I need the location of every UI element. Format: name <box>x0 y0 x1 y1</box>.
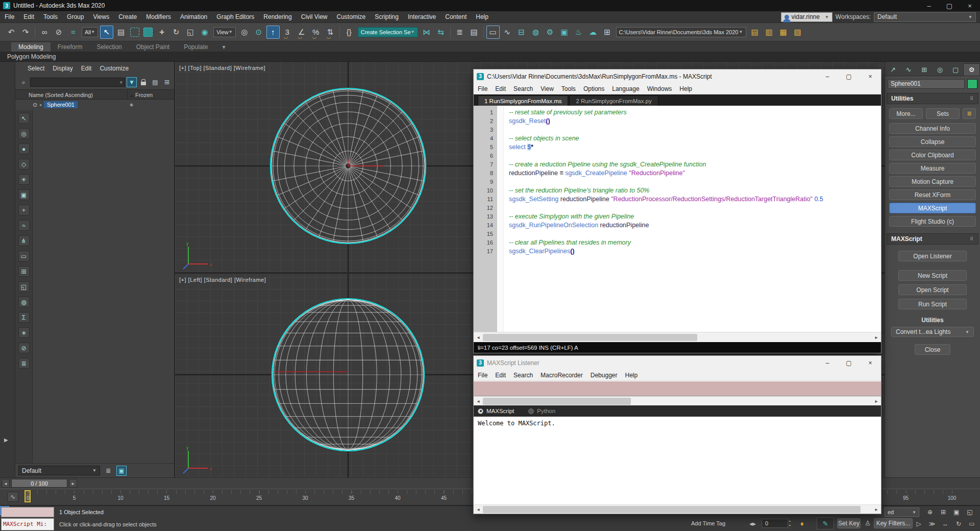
explorer-hidden-icon[interactable]: ⊘ <box>18 343 30 353</box>
code-area[interactable]: 1234567891011121314151617 -- reset state… <box>474 106 881 332</box>
maxscript-radio[interactable]: MAXScript <box>478 408 514 414</box>
use-pivot-center-icon[interactable]: ◎ <box>238 26 251 39</box>
motion-capture-button[interactable]: Motion Capture <box>889 176 976 187</box>
scroll-left-icon[interactable]: ◂ <box>474 334 483 340</box>
character-icon[interactable]: ♙ <box>865 519 871 527</box>
listener-menu-search[interactable]: Search <box>513 372 533 379</box>
project-folder-icon[interactable]: ▤ <box>748 26 762 39</box>
scroll-right-icon[interactable]: ▸ <box>872 506 881 512</box>
explorer-lights-icon[interactable]: ☀ <box>18 174 30 185</box>
menu-tools[interactable]: Tools <box>39 11 62 23</box>
close-icon[interactable]: × <box>860 356 881 370</box>
tab-freeform[interactable]: Freeform <box>51 42 90 52</box>
color-clipboard-button[interactable]: Color Clipboard <box>889 150 976 160</box>
menu-help[interactable]: Help <box>471 11 493 23</box>
frame-step-icon[interactable]: ◂▸ <box>749 520 756 527</box>
macro-recorder-mini[interactable] <box>1 507 54 517</box>
explorer-menu-edit[interactable]: Edit <box>81 65 92 72</box>
lock-icon[interactable] <box>138 77 149 87</box>
maximize-icon[interactable]: ▢ <box>838 70 860 83</box>
minimize-icon[interactable]: – <box>919 0 939 11</box>
editor-file-tab-1[interactable]: 1 RunSimplygonFromMax.ms <box>478 95 568 106</box>
editor-menu-edit[interactable]: Edit <box>495 85 506 92</box>
menu-graph-editors[interactable]: Graph Editors <box>212 11 259 23</box>
explorer-select-icon[interactable]: ↖ <box>18 113 30 124</box>
maximize-viewport-icon[interactable]: ▭ <box>967 519 977 528</box>
select-and-rotate-icon[interactable]: ↻ <box>169 26 183 39</box>
editor-menu-tools[interactable]: Tools <box>561 85 576 92</box>
menu-group[interactable]: Group <box>62 11 88 23</box>
reset-xform-button[interactable]: Reset XForm <box>889 189 976 200</box>
select-and-place-icon[interactable]: ◉ <box>198 26 211 39</box>
render-production-icon[interactable]: ♨ <box>572 26 585 39</box>
explorer-menu-display[interactable]: Display <box>53 65 72 72</box>
explorer-bones-icon[interactable]: ⋔ <box>18 235 30 246</box>
explorer-menu-select[interactable]: Select <box>28 65 44 72</box>
channel-info-button[interactable]: Channel Info <box>889 123 976 134</box>
percent-snap-icon[interactable]: % <box>309 26 323 39</box>
file-link-icon[interactable]: ▧ <box>791 26 804 39</box>
create-tab[interactable]: ↗ <box>885 63 901 76</box>
tab-populate[interactable]: Populate <box>177 42 215 52</box>
collapse-button[interactable]: Collapse <box>889 136 976 147</box>
menu-interactive[interactable]: Interactive <box>403 11 440 23</box>
prev-frame-button[interactable]: ◂ <box>2 479 10 488</box>
editor-titlebar[interactable]: 3 C:\Users\Vidar Rinne\Documents\3dsMax\… <box>474 69 881 83</box>
editor-menu-search[interactable]: Search <box>513 85 533 92</box>
filter-icon[interactable]: ▼ <box>127 77 137 87</box>
selection-filter-dropdown[interactable]: All▼ <box>82 27 98 37</box>
listener-titlebar[interactable]: 3 MAXScript Listener – ▢ × <box>474 356 881 370</box>
explorer-menu-customize[interactable]: Customize <box>100 65 129 72</box>
listener-scrollbar-bottom[interactable]: ◂ ▸ <box>474 504 881 514</box>
select-display-icon[interactable]: ▤ <box>150 77 160 87</box>
explorer-xref-icon[interactable]: ◱ <box>18 281 30 292</box>
set-key-icon[interactable]: ♦ <box>800 520 804 527</box>
rendered-frame-icon[interactable]: ▣ <box>558 26 571 39</box>
object-name-cell[interactable]: Sphere001 <box>44 101 78 108</box>
explorer-frozen-icon[interactable]: ∗ <box>18 327 30 338</box>
new-script-button[interactable]: New Script <box>898 270 967 281</box>
zoom-icon[interactable]: ⊕ <box>925 508 935 517</box>
minimize-icon[interactable]: – <box>817 70 838 83</box>
name-column-header[interactable]: Name (Sorted Ascending) <box>15 90 127 99</box>
select-and-manipulate-icon[interactable]: ⊙ <box>252 26 265 39</box>
open-listener-button[interactable]: Open Listener <box>898 251 967 261</box>
tab-modeling[interactable]: Modeling <box>11 42 51 52</box>
select-and-move-icon[interactable]: + <box>155 26 168 39</box>
layer-list-icon[interactable]: ≣ <box>103 466 113 476</box>
spinner-down-icon[interactable]: ▾ <box>789 523 791 528</box>
more-button[interactable]: More... <box>889 108 923 119</box>
measure-button[interactable]: Measure <box>889 163 976 174</box>
selection-set-dropdown[interactable]: Default ▼ <box>18 466 100 475</box>
minimize-icon[interactable]: – <box>817 356 838 370</box>
key-filters-button[interactable]: Key Filters... <box>874 518 913 528</box>
zoom-extents-icon[interactable]: ▣ <box>951 508 962 517</box>
editor-menu-options[interactable]: Options <box>583 85 604 92</box>
curve-editor-icon[interactable]: ∿ <box>501 26 514 39</box>
align-icon[interactable]: ⇆ <box>434 26 448 39</box>
select-by-name-icon[interactable]: ▤ <box>114 26 128 39</box>
menu-scripting[interactable]: Scripting <box>370 11 403 23</box>
explorer-groups-icon[interactable]: ⊞ <box>18 266 30 277</box>
pan-icon[interactable]: ↔ <box>940 519 950 528</box>
configure-columns-icon[interactable]: ⊞ <box>162 77 172 87</box>
spinner-snap-icon[interactable]: ⇅ <box>324 26 337 39</box>
add-time-tag-label[interactable]: Add Time Tag <box>691 520 725 526</box>
select-object-icon[interactable]: ↖ <box>100 26 113 39</box>
scrollbar-thumb[interactable] <box>483 506 861 513</box>
editor-file-tab-2[interactable]: 2 RunSimplygonFromMax.py <box>569 95 658 106</box>
edit-named-sets-icon[interactable]: {} <box>342 26 356 39</box>
asset-tracking-icon[interactable]: ▦ <box>777 26 790 39</box>
schematic-view-icon[interactable]: ⊟ <box>515 26 528 39</box>
menu-animation[interactable]: Animation <box>176 11 212 23</box>
time-slider-handle[interactable]: 0 / 100 <box>11 479 67 488</box>
zoom-region-icon[interactable]: ◱ <box>965 508 975 517</box>
maxscript-rollout-header[interactable]: MAXScript⠿ <box>887 233 978 245</box>
scroll-right-icon[interactable]: ▸ <box>872 334 881 340</box>
explorer-cameras-icon[interactable]: ▣ <box>18 189 30 200</box>
ribbon-overflow-icon[interactable]: ▾ <box>215 42 233 52</box>
layer-explorer-toggle-icon[interactable]: ▤ <box>468 26 481 39</box>
python-radio[interactable]: Python <box>528 408 555 414</box>
menu-create[interactable]: Create <box>114 11 141 23</box>
flight-studio-c--button[interactable]: Flight Studio (c) <box>889 216 976 227</box>
